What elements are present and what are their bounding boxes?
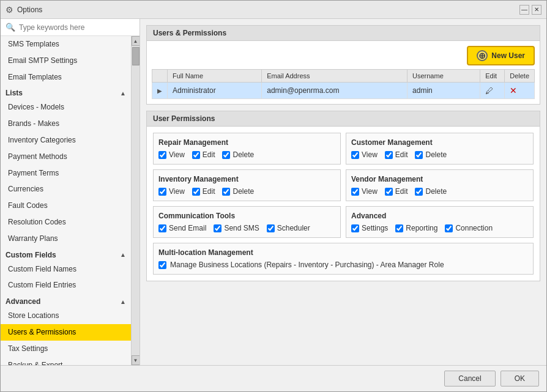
users-section-header: Users & Permissions <box>147 26 540 41</box>
perm-checkbox-delete[interactable] <box>222 151 230 159</box>
scroll-thumb[interactable] <box>132 47 140 65</box>
perm-label-delete: Delete <box>233 150 254 159</box>
perm-check-view[interactable]: View <box>351 187 378 196</box>
scroll-up-button[interactable]: ▲ <box>132 36 140 46</box>
perm-check-edit[interactable]: Edit <box>192 187 215 196</box>
sidebar-item-resolution-codes[interactable]: Resolution Codes <box>1 214 131 231</box>
perm-checkbox-delete[interactable] <box>415 151 423 159</box>
perm-checkbox-delete[interactable] <box>222 188 230 196</box>
perm-check-delete[interactable]: Delete <box>222 187 254 196</box>
edit-button[interactable]: 🖊 <box>485 86 493 95</box>
perm-group-customer-management: Customer ManagementViewEditDelete <box>346 133 534 165</box>
perm-group-title-advanced: Advanced <box>351 212 528 220</box>
perm-checkbox-view[interactable] <box>351 188 359 196</box>
perm-checkbox-view[interactable] <box>351 151 359 159</box>
perm-label-reporting: Reporting <box>406 224 437 232</box>
multi-location-checkbox[interactable] <box>158 261 166 269</box>
sidebar-section-label: Custom Fields <box>6 251 56 259</box>
perm-checkbox-reporting[interactable] <box>395 224 403 232</box>
perm-check-send-sms[interactable]: Send SMS <box>214 224 259 232</box>
perm-checkbox-view[interactable] <box>158 151 166 159</box>
perm-label-connection: Connection <box>455 224 493 232</box>
perm-check-delete[interactable]: Delete <box>415 187 447 196</box>
perm-checkbox-connection[interactable] <box>445 224 453 232</box>
perm-checkbox-scheduler[interactable] <box>267 224 275 232</box>
perm-label-edit: Edit <box>203 150 215 159</box>
col-email: Email Address <box>262 70 407 83</box>
sidebar-item-users-permissions[interactable]: Users & Permissions <box>1 324 131 341</box>
perm-label-view: View <box>169 187 185 196</box>
permissions-content: Repair ManagementViewEditDeleteCustomer … <box>147 127 540 281</box>
sidebar-item-custom-field-entries[interactable]: Custom Field Entries <box>1 277 131 294</box>
perm-checkbox-delete[interactable] <box>415 188 423 196</box>
users-table: Full Name Email Address Username Edit De… <box>152 69 535 99</box>
perm-check-delete[interactable]: Delete <box>222 150 254 159</box>
perm-checkboxes-repair-management: ViewEditDelete <box>158 150 335 159</box>
cancel-button[interactable]: Cancel <box>444 371 495 386</box>
perm-checkbox-edit[interactable] <box>192 188 200 196</box>
search-input[interactable] <box>19 23 135 32</box>
multi-location-group: Multi-location ManagementManage Business… <box>153 243 534 275</box>
perm-check-edit[interactable]: Edit <box>192 150 215 159</box>
sidebar-item-email-templates[interactable]: Email Templates <box>1 69 131 86</box>
perm-label-delete: Delete <box>425 150 447 159</box>
sidebar-item-email-smtp[interactable]: Email SMTP Settings <box>1 53 131 69</box>
sidebar-item-backup-export[interactable]: Backup & Export <box>1 357 131 365</box>
sidebar-item-fault-codes[interactable]: Fault Codes <box>1 198 131 214</box>
sidebar-item-payment-methods[interactable]: Payment Methods <box>1 149 131 165</box>
permissions-section-box: User Permissions Repair ManagementViewEd… <box>146 111 540 281</box>
sidebar-item-brands-makes[interactable]: Brands - Makes <box>1 116 131 132</box>
sidebar-section-custom-fields-section: Custom Fields▲ <box>1 247 131 261</box>
minimize-button[interactable]: — <box>519 5 529 15</box>
sidebar-section-advanced-section: Advanced▲ <box>1 294 131 308</box>
perm-checkbox-send-email[interactable] <box>158 224 166 232</box>
perm-checkboxes-vendor-management: ViewEditDelete <box>351 187 528 196</box>
sidebar-item-tax-settings[interactable]: Tax Settings <box>1 341 131 357</box>
delete-button[interactable]: ✕ <box>510 86 517 95</box>
sidebar-item-currencies[interactable]: Currencies <box>1 181 131 198</box>
perm-check-connection[interactable]: Connection <box>445 224 493 232</box>
title-bar: ⚙ Options — ✕ <box>1 1 546 19</box>
perm-check-reporting[interactable]: Reporting <box>395 224 437 232</box>
perm-group-title-communication-tools: Communication Tools <box>158 212 335 220</box>
perm-check-edit[interactable]: Edit <box>385 150 408 159</box>
perm-checkbox-view[interactable] <box>158 188 166 196</box>
scroll-down-button[interactable]: ▼ <box>132 355 140 365</box>
perm-check-delete[interactable]: Delete <box>415 150 447 159</box>
perm-check-edit[interactable]: Edit <box>385 187 408 196</box>
sidebar-item-warranty-plans[interactable]: Warranty Plans <box>1 231 131 247</box>
perm-check-settings[interactable]: Settings <box>351 224 388 232</box>
perm-checkbox-edit[interactable] <box>385 188 393 196</box>
row-fullname: Administrator <box>168 83 262 99</box>
footer: Cancel OK <box>1 365 546 391</box>
table-row[interactable]: ▶ Administrator admin@openrma.com admin … <box>152 83 535 99</box>
close-button[interactable]: ✕ <box>532 5 541 15</box>
perm-check-scheduler[interactable]: Scheduler <box>267 224 310 232</box>
perm-label-send-email: Send Email <box>169 224 206 232</box>
perm-checkbox-settings[interactable] <box>351 224 359 232</box>
sidebar-item-payment-terms[interactable]: Payment Terms <box>1 165 131 182</box>
perm-checkbox-send-sms[interactable] <box>214 224 221 232</box>
perm-check-send-email[interactable]: Send Email <box>158 224 206 232</box>
sidebar-item-inventory-categories[interactable]: Inventory Categories <box>1 132 131 149</box>
perm-group-inventory-management: Inventory ManagementViewEditDelete <box>153 169 341 201</box>
ok-button[interactable]: OK <box>500 371 539 386</box>
sidebar-item-devices-models[interactable]: Devices - Models <box>1 99 131 116</box>
sidebar-item-custom-field-names[interactable]: Custom Field Names <box>1 261 131 278</box>
new-user-button[interactable]: ⊕ New User <box>467 46 535 65</box>
content-area: 🔍 SMS TemplatesEmail SMTP SettingsEmail … <box>1 19 546 365</box>
col-arrow <box>152 70 168 83</box>
sidebar-item-store-locations[interactable]: Store Locations <box>1 308 131 324</box>
sidebar-section-lists-section: Lists▲ <box>1 85 131 99</box>
perm-check-view[interactable]: View <box>158 187 185 196</box>
sidebar-item-sms-templates[interactable]: SMS Templates <box>1 36 131 53</box>
title-controls: — ✕ <box>519 5 541 15</box>
sidebar: 🔍 SMS TemplatesEmail SMTP SettingsEmail … <box>1 19 140 365</box>
perm-checkbox-edit[interactable] <box>385 151 393 159</box>
perm-label-view: View <box>362 150 378 159</box>
search-icon: 🔍 <box>6 23 15 32</box>
perm-check-view[interactable]: View <box>351 150 378 159</box>
perm-checkbox-edit[interactable] <box>192 151 200 159</box>
perm-check-view[interactable]: View <box>158 150 185 159</box>
perm-group-title-repair-management: Repair Management <box>158 138 335 147</box>
